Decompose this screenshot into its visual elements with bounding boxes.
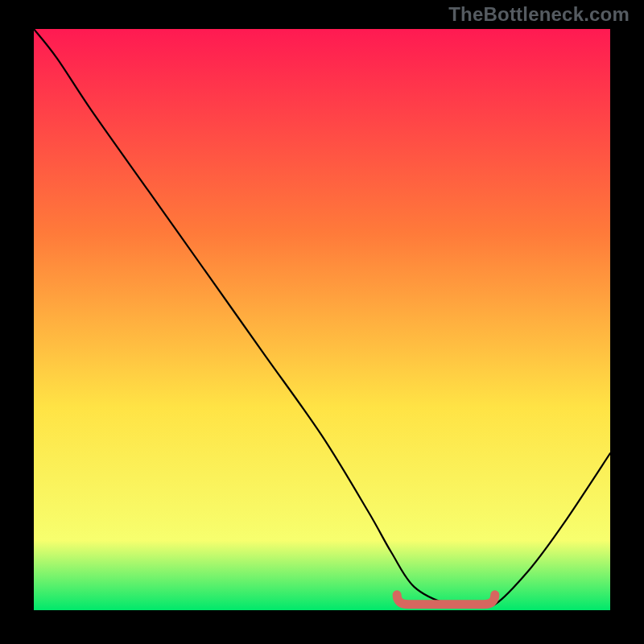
gradient-background	[34, 29, 610, 610]
watermark-text: TheBottleneck.com	[448, 3, 630, 26]
chart-frame: TheBottleneck.com	[0, 0, 644, 644]
plot-area	[34, 29, 610, 610]
chart-svg	[34, 29, 610, 610]
